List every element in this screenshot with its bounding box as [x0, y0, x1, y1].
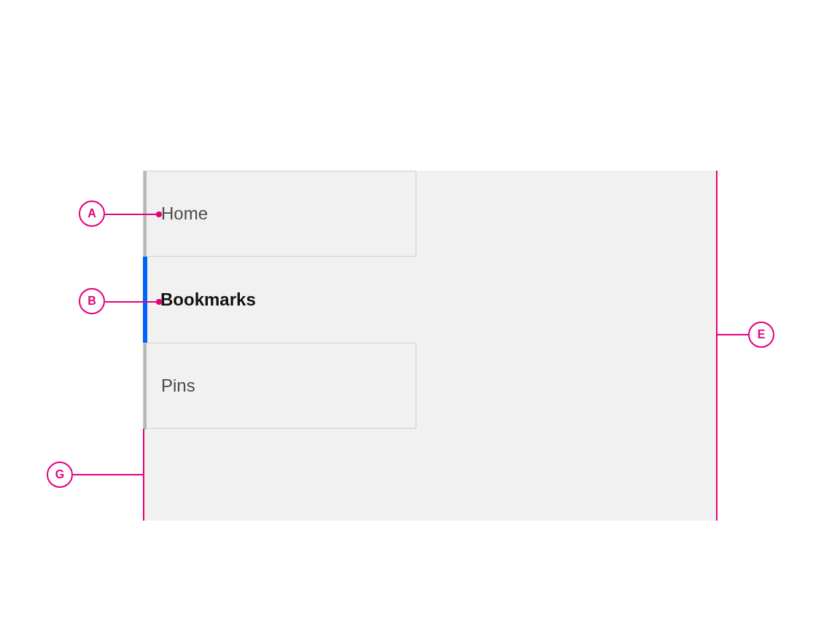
callout-b-line — [105, 301, 158, 303]
callout-a-label: A — [88, 207, 96, 220]
callout-e-line — [718, 334, 748, 335]
tab-panel: Home Bookmarks Pins — [143, 171, 416, 521]
callout-a: A — [79, 201, 105, 227]
tab-pins[interactable]: Pins — [143, 343, 416, 429]
callout-g-line — [73, 474, 143, 475]
tab-home[interactable]: Home — [143, 171, 416, 257]
callout-a-dot — [156, 211, 162, 217]
tab-marker-active — [143, 257, 147, 343]
left-boundary-line — [143, 429, 144, 521]
callout-e-label: E — [758, 328, 766, 341]
callout-e: E — [748, 322, 774, 348]
callout-a-line — [105, 214, 158, 215]
tab-pins-label: Pins — [161, 376, 195, 396]
callout-g: G — [47, 462, 73, 488]
callout-b-dot — [156, 299, 162, 305]
tab-home-label: Home — [161, 203, 208, 224]
tab-bookmarks-label: Bookmarks — [160, 289, 256, 310]
callout-b-label: B — [88, 295, 96, 308]
callout-g-label: G — [55, 468, 64, 481]
tab-marker-inactive — [144, 343, 147, 429]
callout-b: B — [79, 288, 105, 314]
tab-bookmarks[interactable]: Bookmarks — [143, 257, 416, 343]
diagram-canvas: Home Bookmarks Pins — [143, 171, 716, 521]
right-boundary-line — [716, 171, 718, 521]
